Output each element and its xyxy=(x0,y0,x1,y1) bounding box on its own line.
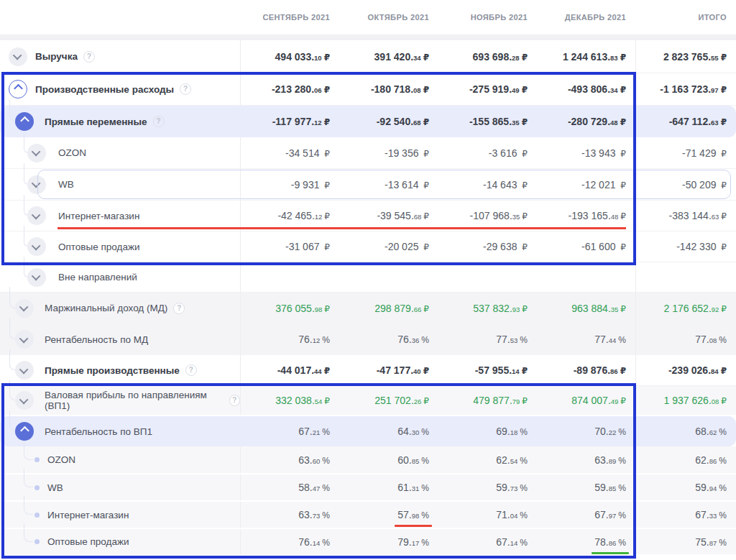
value-fraction: 79 xyxy=(512,398,520,405)
value-integer: -19 356 xyxy=(385,147,421,159)
table-row[interactable]: Маржинальный доход (МД)?376 055.98₽298 8… xyxy=(0,293,736,323)
table-row[interactable]: OZON63.60%60.85%62.54%63.89%62.86% xyxy=(0,446,736,474)
table-row[interactable]: Производственные расходы?-213 280.06₽-18… xyxy=(0,73,736,106)
table-row[interactable]: Прямые переменные?-117 977.12₽-92 540.68… xyxy=(0,106,736,137)
value-unit: ₽ xyxy=(324,117,330,127)
expand-toggle-button[interactable] xyxy=(15,299,34,318)
cell-value: 59.85% xyxy=(537,474,635,500)
help-icon[interactable]: ? xyxy=(153,116,165,127)
value-unit: ₽ xyxy=(721,366,727,376)
value-unit: ₽ xyxy=(721,180,727,191)
table-row[interactable]: Интернет-магазин63.73%57.98%71.04%67.97%… xyxy=(0,502,736,529)
bullet-icon xyxy=(34,539,40,544)
value-unit: ₽ xyxy=(423,149,429,159)
table-row[interactable]: OZON-34 514 ₽-19 356 ₽-3 616 ₽-13 943 ₽-… xyxy=(0,137,736,169)
value: 60.85% xyxy=(397,454,429,467)
expand-toggle-button[interactable] xyxy=(27,175,46,194)
value-fraction: 86 xyxy=(609,539,617,547)
cell-value xyxy=(537,262,635,292)
help-icon[interactable]: ? xyxy=(229,395,240,406)
help-icon[interactable]: ? xyxy=(83,51,95,63)
expand-toggle-button[interactable] xyxy=(27,268,46,287)
cell-value: 77.08% xyxy=(635,323,736,355)
value-integer: -493 806. xyxy=(568,83,610,95)
value-unit: % xyxy=(618,335,626,345)
cell-value: 332 038.54₽ xyxy=(241,386,339,415)
value: -92 540.68₽ xyxy=(377,115,429,128)
table-row[interactable]: Выручка?494 033.10₽391 420.34₽693 698.28… xyxy=(0,40,736,73)
table-row[interactable]: Интернет-магазин-42 465.12₽-39 545.68₽-1… xyxy=(0,201,736,231)
value-fraction: 33 xyxy=(709,512,717,520)
expand-toggle-button[interactable] xyxy=(9,80,27,98)
value-integer: 376 055. xyxy=(275,303,315,314)
table-row[interactable]: WB-9 931 ₽-13 614 ₽-14 643 ₽-12 021 ₽-50… xyxy=(0,169,736,201)
value-fraction: 34 xyxy=(610,86,618,94)
cell-value: 874 007.49₽ xyxy=(537,386,635,415)
value: 963 884.35₽ xyxy=(571,302,626,315)
value: 62.86% xyxy=(695,454,727,467)
value-integer: 59. xyxy=(496,482,510,493)
chevron-up-icon xyxy=(14,83,23,93)
row-label: Интернет-магазин xyxy=(0,510,129,520)
expand-toggle-button[interactable] xyxy=(9,47,27,66)
value-fraction: 97 xyxy=(609,512,617,520)
row-label-cell: Рентабельность по МД xyxy=(0,323,241,355)
cell-value: -20 025 ₽ xyxy=(339,231,438,262)
value-integer: 59. xyxy=(695,482,709,493)
value-unit: ₽ xyxy=(721,211,727,221)
value: 537 832.93₽ xyxy=(473,302,528,315)
expand-toggle-button[interactable] xyxy=(15,422,34,441)
table-row[interactable]: Рентабельность по ВП167.21%64.30%69.18%7… xyxy=(0,416,736,446)
value-fraction: 98 xyxy=(315,306,323,313)
table-row[interactable]: Оптовые продажи-31 067 ₽-20 025 ₽-29 638… xyxy=(0,231,736,262)
table-row[interactable]: Рентабельность по МД76.12%76.36%77.53%77… xyxy=(0,323,736,355)
cell-value: 67.33% xyxy=(635,502,736,528)
value-integer: -61 600 xyxy=(581,241,618,252)
table-row[interactable]: Вне направлений xyxy=(0,262,736,293)
cell-value: -19 356 ₽ xyxy=(339,137,438,168)
help-icon[interactable]: ? xyxy=(180,83,191,95)
row-label-cell: WB xyxy=(0,474,241,500)
help-icon[interactable]: ? xyxy=(173,303,185,314)
cell-value xyxy=(241,262,339,292)
value: 376 055.98₽ xyxy=(275,302,330,315)
expand-toggle-button[interactable] xyxy=(15,112,34,131)
value: -44 017.44₽ xyxy=(277,364,330,377)
value: 77.53% xyxy=(496,333,528,346)
value-integer: -142 330 xyxy=(676,241,719,252)
value-fraction: 18 xyxy=(510,428,518,436)
header-divider xyxy=(0,35,736,40)
expand-toggle-button[interactable] xyxy=(27,237,46,256)
table-row[interactable]: Валовая прибыль по направлениям (ВП1)?33… xyxy=(0,386,736,416)
cell-value: -213 280.06₽ xyxy=(241,73,339,105)
value-unit: ₽ xyxy=(324,396,330,406)
value-integer: -44 017. xyxy=(277,364,314,376)
value-fraction: 68 xyxy=(414,213,422,221)
value-unit: ₽ xyxy=(620,211,626,221)
value-integer: 67. xyxy=(496,536,510,548)
cell-value: 2 823 765.55₽ xyxy=(635,40,736,73)
cell-value: -239 026.84₽ xyxy=(635,355,736,385)
table-row[interactable]: WB58.47%61.31%59.73%59.85%59.94% xyxy=(0,474,736,502)
expand-toggle-button[interactable] xyxy=(27,144,46,162)
value-unit: % xyxy=(322,456,330,466)
expand-toggle-button[interactable] xyxy=(27,206,46,225)
chevron-down-icon xyxy=(31,179,40,188)
row-label-cell: Вне направлений xyxy=(0,262,241,292)
value: 76.12% xyxy=(298,333,330,346)
expand-toggle-button[interactable] xyxy=(15,330,34,349)
table-row[interactable]: Прямые производственные?-44 017.44₽-47 1… xyxy=(0,355,736,386)
value: -3 616 ₽ xyxy=(489,147,528,160)
expand-toggle-button[interactable] xyxy=(15,391,34,410)
expand-toggle-button[interactable] xyxy=(15,361,34,380)
chevron-down-icon xyxy=(19,303,28,312)
value-integer: 60. xyxy=(397,454,411,466)
table-row[interactable]: Оптовые продажи76.14%79.17%67.14%78.86%7… xyxy=(0,529,736,556)
value-fraction: 85 xyxy=(412,457,420,465)
value-integer: -180 718. xyxy=(371,83,413,95)
help-icon[interactable]: ? xyxy=(185,364,197,376)
value-unit: % xyxy=(719,510,727,520)
cell-value: -71 429 ₽ xyxy=(635,137,736,168)
value-fraction: 40 xyxy=(413,367,421,375)
value-fraction: 35 xyxy=(512,119,520,127)
